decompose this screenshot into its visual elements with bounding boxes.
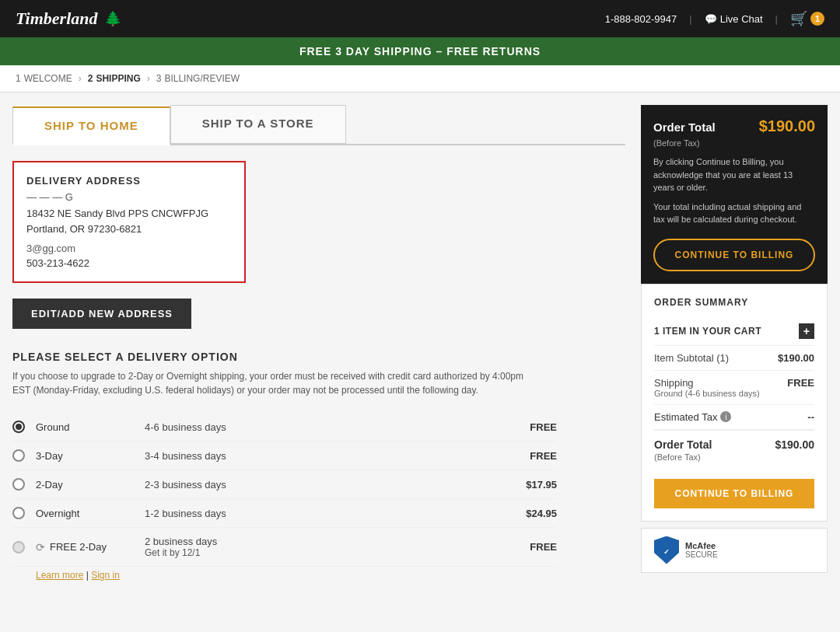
breadcrumb: 1 WELCOME › 2 SHIPPING › 3 BILLING/REVIE… [0, 65, 840, 93]
order-total-label: Order Total [653, 120, 716, 134]
delivery-email: 3@gg.com [26, 243, 232, 254]
shipping-tabs: SHIP TO HOME SHIP TO A STORE [12, 105, 625, 145]
main-content: SHIP TO HOME SHIP TO A STORE DELIVERY AD… [12, 105, 625, 581]
option-name-2day: 2-Day [36, 479, 145, 491]
live-chat-label: Live Chat [720, 13, 763, 25]
radio-free2day [12, 541, 25, 553]
order-total-notice-1: By clicking Continue to Billing, you ack… [653, 155, 815, 194]
tab-ship-home[interactable]: SHIP TO HOME [12, 106, 170, 145]
option-price-overnight: $24.95 [495, 508, 557, 519]
tab-ship-home-label: SHIP TO HOME [44, 119, 138, 132]
option-days-3day: 3-4 business days [145, 450, 495, 462]
delivery-options-title: PLEASE SELECT A DELIVERY OPTION [12, 351, 625, 363]
shipping-detail: Ground (4-6 business days) [654, 389, 760, 398]
shipping-value: FREE [787, 377, 814, 389]
option-price-free2day: FREE [495, 541, 557, 553]
promo-bar: FREE 3 DAY SHIPPING – FREE RETURNS [0, 37, 840, 65]
shipping-option-overnight[interactable]: Overnight 1-2 business days $24.95 [12, 499, 557, 528]
estimated-tax-label: Estimated Tax [654, 411, 717, 423]
option-name-overnight: Overnight [36, 508, 145, 519]
delivery-address-title: DELIVERY ADDRESS [26, 175, 232, 187]
mcafee-title: McAfee [685, 541, 718, 550]
breadcrumb-step-2: 2 SHIPPING [88, 73, 141, 84]
promo-text: FREE 3 DAY SHIPPING – FREE RETURNS [299, 45, 541, 58]
order-summary-section: ORDER SUMMARY 1 ITEM IN YOUR CART + Item… [641, 284, 828, 522]
step-3-num: 3 [156, 73, 162, 84]
order-total-bottom-label: Order Total [654, 438, 712, 451]
shipping-option-ground[interactable]: Ground 4-6 business days FREE [12, 413, 557, 442]
breadcrumb-arrow-2: › [147, 73, 150, 84]
shipping-option-free2day[interactable]: ⟳ FREE 2-Day 2 business days Get it by 1… [12, 528, 557, 567]
option-days-free2day-main: 2 business days [145, 536, 495, 547]
step-2-label: SHIPPING [96, 73, 140, 84]
phone-number[interactable]: 1-888-802-9947 [605, 13, 677, 25]
option-name-3day: 3-Day [36, 450, 145, 462]
tab-ship-store[interactable]: SHIP TO A STORE [170, 105, 346, 144]
header-divider: | [689, 13, 691, 25]
shipping-option-3day[interactable]: 3-Day 3-4 business days FREE [12, 442, 557, 470]
order-total-bottom: Order Total $190.00 (Before Tax) [654, 430, 814, 470]
radio-2day[interactable] [12, 478, 25, 491]
sign-in-link[interactable]: Sign in [91, 570, 120, 581]
option-price-3day: FREE [495, 450, 557, 462]
step-1-label: WELCOME [24, 73, 72, 84]
order-total-amount: $190.00 [759, 117, 815, 135]
option-days-free2day: 2 business days Get it by 12/1 [145, 536, 495, 558]
mcafee-bar: ✓ McAfee SECURE [641, 528, 828, 573]
free2day-links: Learn more | Sign in [12, 570, 557, 581]
item-subtotal-row: Item Subtotal (1) $190.00 [654, 346, 814, 371]
option-price-2day: $17.95 [495, 479, 557, 491]
shipping-label: Shipping [654, 377, 760, 389]
sidebar: Order Total $190.00 (Before Tax) By clic… [641, 105, 828, 573]
logo-tree-icon: 🌲 [104, 10, 121, 27]
delivery-name: — — — G [26, 191, 232, 203]
cart-icon: 🛒 [790, 10, 807, 27]
mcafee-sub: SECURE [685, 550, 718, 559]
breadcrumb-step-1: 1 WELCOME [16, 73, 72, 84]
continue-to-billing-bottom-button[interactable]: CONTINUE TO BILLING [654, 479, 814, 508]
edit-add-address-button[interactable]: EDIT/ADD NEW ADDRESS [12, 299, 191, 329]
delivery-address-box: DELIVERY ADDRESS — — — G 18432 NE Sandy … [12, 161, 246, 283]
continue-to-billing-top-button[interactable]: CONTINUE TO BILLING [653, 239, 815, 271]
tax-info-icon[interactable]: i [720, 411, 731, 422]
order-total-box: Order Total $190.00 (Before Tax) By clic… [641, 105, 828, 284]
cart-wrapper[interactable]: 🛒 1 [790, 10, 824, 27]
breadcrumb-arrow-1: › [79, 73, 82, 84]
step-2-num: 2 [88, 73, 93, 84]
logo: Timberland 🌲 [16, 9, 121, 29]
option-days-overnight: 1-2 business days [145, 508, 495, 519]
expand-cart-icon[interactable]: + [799, 323, 814, 339]
estimated-tax-row: Estimated Tax i -- [654, 405, 814, 430]
header-right: 1-888-802-9947 | 💬 Live Chat | 🛒 1 [605, 10, 824, 27]
order-total-header: Order Total $190.00 [653, 117, 815, 135]
learn-more-link[interactable]: Learn more [36, 570, 83, 581]
header-divider-2: | [775, 13, 778, 25]
live-chat-button[interactable]: 💬 Live Chat [705, 13, 763, 25]
mcafee-text-block: McAfee SECURE [685, 541, 718, 559]
item-subtotal-value: $190.00 [778, 352, 814, 364]
item-subtotal-label: Item Subtotal (1) [654, 352, 729, 364]
spinner-icon: ⟳ [36, 541, 45, 553]
radio-ground[interactable] [12, 421, 25, 433]
order-summary-title: ORDER SUMMARY [654, 297, 814, 308]
tab-ship-store-label: SHIP TO A STORE [202, 117, 314, 130]
cart-count-row: 1 ITEM IN YOUR CART + [654, 317, 814, 346]
estimated-tax-value: -- [807, 411, 814, 423]
step-3-label: BILLING/REVIEW [164, 73, 240, 84]
chat-icon: 💬 [705, 13, 717, 25]
order-total-bottom-value: $190.00 [775, 438, 814, 451]
option-name-free2day: ⟳ FREE 2-Day [36, 541, 145, 553]
delivery-phone: 503-213-4622 [26, 257, 232, 269]
radio-3day[interactable] [12, 449, 25, 462]
step-1-num: 1 [16, 73, 21, 84]
cart-count-badge: 1 [810, 12, 824, 26]
main-layout: SHIP TO HOME SHIP TO A STORE DELIVERY AD… [0, 93, 840, 593]
estimated-tax-label-wrapper: Estimated Tax i [654, 411, 731, 423]
delivery-address-line1: 18432 NE Sandy Blvd PPS CNCWFPJG Portlan… [26, 206, 232, 236]
shipping-option-2day[interactable]: 2-Day 2-3 business days $17.95 [12, 470, 557, 499]
cart-count-label: 1 ITEM IN YOUR CART [654, 326, 761, 337]
option-name-ground: Ground [36, 421, 145, 433]
order-total-bottom-sub: (Before Tax) [654, 452, 814, 462]
radio-overnight[interactable] [12, 507, 25, 519]
logo-text: Timberland [16, 9, 98, 29]
